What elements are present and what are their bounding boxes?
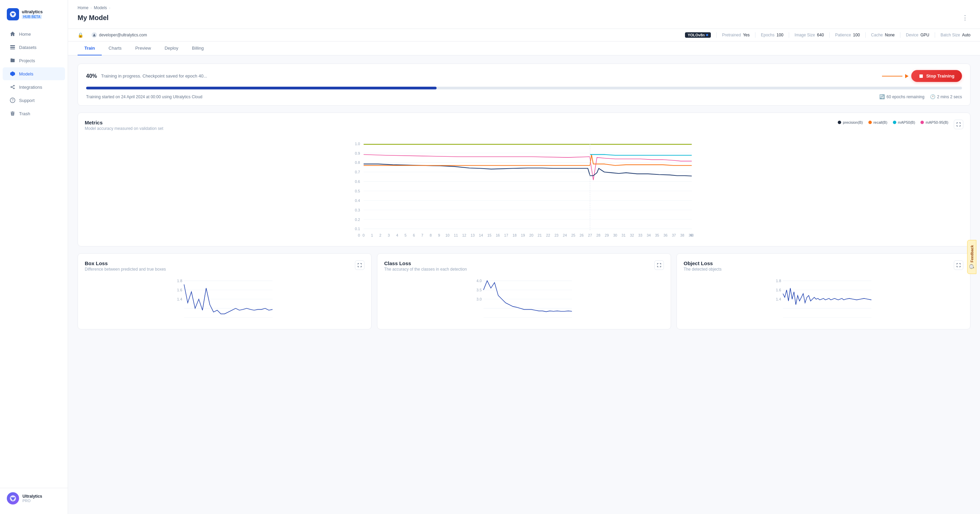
class-loss-card: Class Loss The accuracy of the classes i… [377, 253, 671, 329]
sidebar-item-projects[interactable]: Projects [3, 54, 65, 67]
training-percent: 40% [86, 73, 97, 79]
training-status-card: 40% Training in progress. Checkpoint sav… [78, 63, 970, 106]
tab-billing[interactable]: Billing [185, 41, 211, 56]
expand-class-icon [657, 263, 661, 267]
svg-text:18: 18 [512, 233, 517, 237]
breadcrumb-sep-1: › [91, 6, 92, 10]
divider-2 [755, 32, 756, 38]
box-loss-subtitle: Difference between predicted and true bo… [85, 267, 166, 271]
svg-text:28: 28 [597, 233, 601, 237]
svg-text:32: 32 [630, 233, 634, 237]
svg-text:8: 8 [430, 233, 432, 237]
sidebar-item-support-label: Support [19, 98, 35, 103]
sidebar-item-support[interactable]: ? Support [3, 94, 65, 107]
svg-text:1.4: 1.4 [776, 297, 781, 301]
training-footer: Training started on 24 April 2024 at 00:… [86, 94, 962, 99]
expand-box-loss-button[interactable] [355, 260, 364, 270]
svg-text:17: 17 [504, 233, 508, 237]
tab-deploy[interactable]: Deploy [158, 41, 185, 56]
page-header: Home › Models › My Model ⋮ [68, 0, 980, 29]
tabs-bar: Train Charts Preview Deploy Billing [68, 41, 980, 56]
tab-charts[interactable]: Charts [102, 41, 128, 56]
sidebar-item-integrations[interactable]: Integrations [3, 81, 65, 94]
user-name: Ultralytics [22, 494, 42, 499]
legend-recall: recall(B) [869, 121, 888, 124]
tab-train[interactable]: Train [78, 41, 102, 56]
batch-size-value: Auto [962, 33, 970, 37]
yolo-name: YOLOv8n [688, 33, 705, 37]
svg-text:0.9: 0.9 [355, 151, 360, 155]
breadcrumb-home[interactable]: Home [78, 5, 89, 10]
sidebar-item-datasets[interactable]: Datasets [3, 41, 65, 54]
stop-training-button[interactable]: Stop Training [911, 70, 962, 82]
legend-precision: precision(B) [838, 121, 863, 124]
svg-text:33: 33 [638, 233, 643, 237]
svg-text:2: 2 [379, 233, 382, 237]
sidebar-item-trash[interactable]: Trash [3, 107, 65, 120]
patience-label: Patience [835, 33, 851, 37]
metrics-chart-container: 1.0 0.9 0.8 0.7 0.6 0.5 0.4 0.3 0.2 0.1 … [85, 136, 963, 240]
svg-text:31: 31 [622, 233, 626, 237]
svg-text:1.8: 1.8 [177, 279, 182, 283]
param-epochs: Epochs 100 [761, 33, 783, 37]
training-info: 40% Training in progress. Checkpoint sav… [86, 73, 207, 79]
model-info-bar: 🔒 developer@ultralytics.com YOLOv8n Pret… [68, 29, 980, 41]
svg-text:0.8: 0.8 [355, 160, 360, 165]
metrics-legend: precision(B) recall(B) mAP50(B) mAP [838, 121, 948, 124]
svg-rect-1 [10, 45, 15, 46]
svg-text:1.8: 1.8 [776, 279, 781, 283]
device-value: GPU [920, 33, 929, 37]
feedback-button[interactable]: 💬 Feedback [967, 240, 977, 274]
svg-text:12: 12 [462, 233, 466, 237]
stop-button-label: Stop Training [926, 73, 955, 79]
svg-point-6 [13, 85, 14, 86]
expand-icon [956, 122, 961, 127]
sidebar-footer: Ultralytics PRO [0, 488, 68, 509]
svg-text:?: ? [11, 98, 14, 102]
svg-text:26: 26 [579, 233, 584, 237]
cache-label: Cache [871, 33, 883, 37]
svg-text:27: 27 [588, 233, 592, 237]
sidebar-item-datasets-label: Datasets [19, 45, 37, 50]
svg-text:0.1: 0.1 [355, 227, 360, 231]
sidebar-item-home[interactable]: Home [3, 27, 65, 40]
integrations-icon [10, 84, 16, 90]
more-options-button[interactable]: ⋮ [959, 12, 970, 23]
expand-class-loss-button[interactable] [654, 260, 664, 270]
svg-text:5: 5 [404, 233, 407, 237]
lock-icon: 🔒 [78, 32, 83, 38]
param-patience: Patience 100 [835, 33, 860, 37]
breadcrumb-models[interactable]: Models [94, 5, 107, 10]
expand-metrics-button[interactable] [954, 120, 963, 129]
progress-track [86, 87, 962, 89]
svg-text:21: 21 [538, 233, 542, 237]
svg-text:40: 40 [690, 233, 694, 237]
pretrained-label: Pretrained [722, 33, 741, 37]
svg-line-8 [12, 86, 13, 87]
sidebar-item-models[interactable]: Models [3, 67, 65, 80]
expand-object-loss-button[interactable] [954, 260, 963, 270]
box-loss-header: Box Loss Difference between predicted an… [85, 260, 364, 271]
svg-text:23: 23 [554, 233, 558, 237]
object-loss-title: Object Loss [684, 260, 721, 266]
arrow-head [905, 74, 908, 78]
feedback-label: Feedback [970, 245, 974, 262]
arrow-indicator: Stop Training [882, 70, 962, 82]
tab-preview[interactable]: Preview [128, 41, 158, 56]
epochs-label: Epochs [761, 33, 775, 37]
legend-map5095-label: mAP50-95(B) [926, 121, 948, 124]
svg-point-7 [13, 88, 14, 89]
yolo-badge: YOLOv8n [685, 32, 711, 38]
charts-grid: Box Loss Difference between predicted an… [78, 253, 970, 336]
param-device: Device GPU [906, 33, 929, 37]
legend-precision-dot [838, 121, 841, 124]
svg-text:16: 16 [496, 233, 500, 237]
svg-text:9: 9 [438, 233, 440, 237]
sidebar-item-home-label: Home [19, 32, 31, 37]
projects-icon [10, 57, 16, 63]
svg-marker-4 [10, 71, 15, 76]
svg-point-5 [11, 86, 12, 88]
cache-value: None [885, 33, 895, 37]
divider-6 [900, 32, 900, 38]
metrics-svg: 1.0 0.9 0.8 0.7 0.6 0.5 0.4 0.3 0.2 0.1 … [85, 136, 963, 238]
